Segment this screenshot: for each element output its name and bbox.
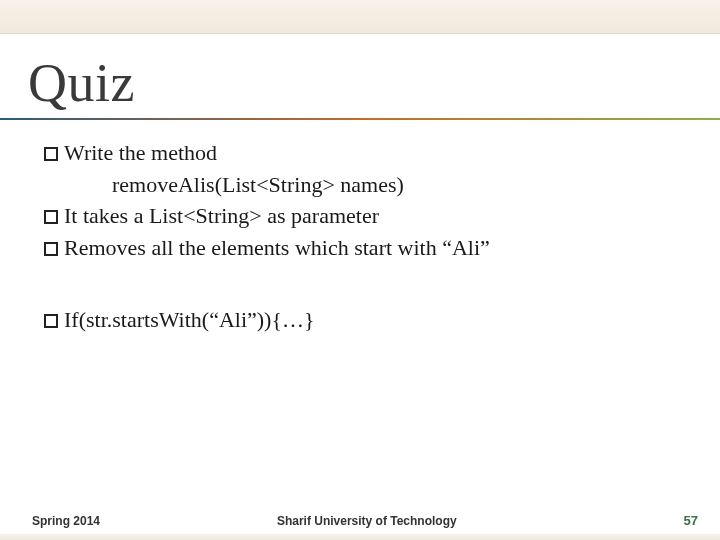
bottom-band — [0, 534, 720, 540]
bullet-square-icon — [44, 147, 58, 161]
bullet-text: If(str.startsWith(“Ali”)){…} — [64, 307, 315, 332]
bullet-item: It takes a List<String> as parameter — [44, 201, 690, 231]
footer-center: Sharif University of Technology — [50, 514, 684, 528]
bullet-text: It takes a List<String> as parameter — [64, 203, 379, 228]
slide-footer: Spring 2014 Sharif University of Technol… — [0, 513, 720, 528]
bullet-text: Removes all the elements which start wit… — [64, 235, 490, 260]
code-line: removeAlis(List<String> names) — [112, 170, 690, 200]
bullet-item: Removes all the elements which start wit… — [44, 233, 690, 263]
slide-title: Quiz — [28, 52, 720, 114]
bullet-square-icon — [44, 210, 58, 224]
bullet-text: Write the method — [64, 140, 217, 165]
bullet-item: If(str.startsWith(“Ali”)){…} — [44, 305, 690, 335]
title-underline — [0, 118, 720, 120]
page-number: 57 — [684, 513, 698, 528]
slide-content: Write the method removeAlis(List<String>… — [44, 138, 690, 334]
bullet-square-icon — [44, 242, 58, 256]
bullet-square-icon — [44, 314, 58, 328]
top-band — [0, 0, 720, 34]
bullet-item: Write the method — [44, 138, 690, 168]
